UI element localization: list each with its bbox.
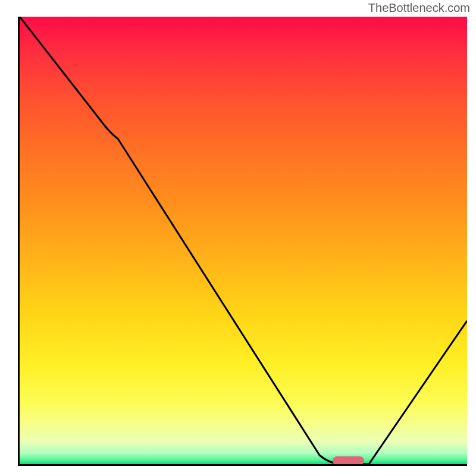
bottleneck-curve-path bbox=[20, 17, 467, 464]
curve-svg bbox=[20, 17, 467, 464]
chart-container: TheBottleneck.com bbox=[0, 0, 476, 476]
watermark-text: TheBottleneck.com bbox=[368, 1, 470, 15]
plot-area bbox=[18, 17, 467, 466]
optimal-marker bbox=[333, 456, 364, 465]
